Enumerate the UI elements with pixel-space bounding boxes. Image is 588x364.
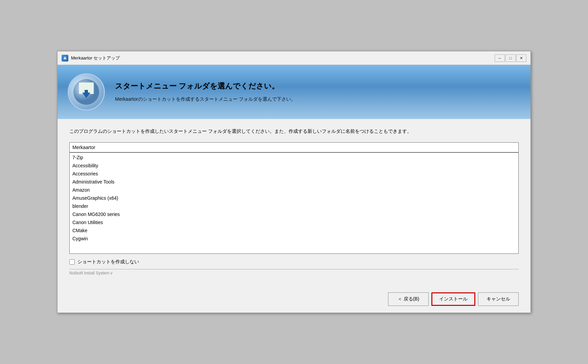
list-item[interactable]: 7-Zip [70,153,518,162]
back-button[interactable]: ＜ 戻る(B) [388,292,429,306]
install-button[interactable]: インストール [431,292,475,306]
svg-rect-5 [85,90,88,93]
description-text: このプログラムのショートカットを作成したいスタートメニュー フォルダを選択してく… [69,127,519,136]
app-icon [62,55,68,62]
title-bar: Merkaartor セットアップ ─ □ ✕ [58,51,530,65]
folder-list-container[interactable]: 7-Zip Accessibility Accessories Administ… [69,152,519,254]
setup-window: Merkaartor セットアップ ─ □ ✕ [57,51,531,313]
list-item[interactable]: Administrative Tools [70,178,518,186]
minimize-button[interactable]: ─ [495,54,505,62]
button-row: ＜ 戻る(B) インストール キャンセル [58,289,530,313]
header-title: スタートメニュー フォルダを選んでください。 [115,81,520,91]
list-item[interactable]: Accessories [70,170,518,178]
nsis-footer: Nullsoft Install System v [69,269,519,275]
list-item[interactable]: Canon Utilities [70,218,518,226]
folder-name-input[interactable] [69,142,519,152]
list-item[interactable]: CMake [70,226,518,235]
window-controls: ─ □ ✕ [495,54,526,62]
list-item[interactable]: Canon MG6200 series [70,210,518,218]
header-text: スタートメニュー フォルダを選んでください。 Merkaartorのショートカッ… [115,81,520,103]
window-title: Merkaartor セットアップ [71,55,120,61]
list-item[interactable]: AmuseGraphics (x64) [70,194,518,202]
header-section: スタートメニュー フォルダを選んでください。 Merkaartorのショートカッ… [58,65,530,119]
no-shortcut-label[interactable]: ショートカットを作成しない [77,259,139,265]
maximize-button[interactable]: □ [505,54,516,62]
app-logo [68,73,105,111]
close-button[interactable]: ✕ [516,54,526,62]
list-item[interactable]: blender [70,202,518,210]
no-shortcut-checkbox[interactable] [69,259,75,265]
title-bar-left: Merkaartor セットアップ [62,55,120,62]
main-content: このプログラムのショートカットを作成したいスタートメニュー フォルダを選択してく… [58,119,530,289]
header-subtitle: Merkaartorのショートカットを作成するスタートメニュー フォルダを選んで… [115,95,520,103]
cancel-button[interactable]: キャンセル [478,292,519,306]
list-item[interactable]: Amazon [70,186,518,194]
no-shortcut-row: ショートカットを作成しない [69,259,519,265]
list-item[interactable]: Cygwin [70,235,518,243]
list-item[interactable]: Accessibility [70,162,518,170]
folder-list: 7-Zip Accessibility Accessories Administ… [70,153,518,243]
